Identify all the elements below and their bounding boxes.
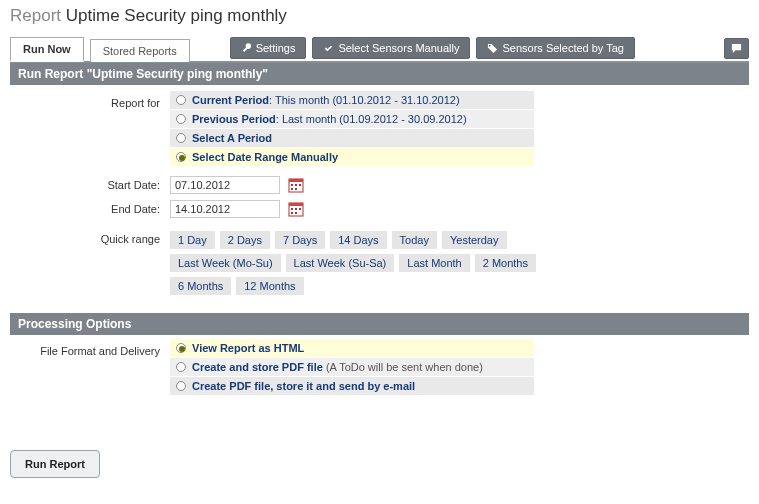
svg-rect-11 bbox=[295, 208, 297, 210]
delivery-pdf-store-suffix: (A ToDo will be sent when done) bbox=[323, 361, 483, 373]
quick-range-chip[interactable]: Today bbox=[392, 231, 437, 249]
svg-rect-9 bbox=[289, 203, 303, 206]
svg-rect-13 bbox=[291, 212, 293, 214]
radio-icon bbox=[176, 362, 186, 372]
radio-icon bbox=[176, 152, 186, 162]
quick-range-chips: 1 Day2 Days7 Days14 DaysTodayYesterdayLa… bbox=[170, 227, 570, 299]
title-prefix: Report bbox=[10, 6, 61, 25]
tab-stored-label: Stored Reports bbox=[103, 45, 177, 57]
quick-range-chip[interactable]: 12 Months bbox=[236, 277, 303, 295]
period-option-select[interactable]: Select A Period bbox=[170, 129, 534, 148]
delivery-option-pdf-email[interactable]: Create PDF file, store it and send by e-… bbox=[170, 377, 534, 396]
tag-icon bbox=[487, 43, 498, 54]
speech-bubble-icon bbox=[731, 43, 742, 54]
period-manual-lead: Select Date Range Manually bbox=[192, 151, 338, 163]
select-tag-label: Sensors Selected by Tag bbox=[502, 42, 623, 54]
delivery-option-html[interactable]: View Report as HTML bbox=[170, 339, 534, 358]
period-option-current[interactable]: Current Period: This month (01.10.2012 -… bbox=[170, 91, 534, 110]
svg-rect-7 bbox=[295, 188, 297, 190]
run-report-label: Run Report bbox=[25, 458, 85, 470]
quick-range-chip[interactable]: 2 Days bbox=[220, 231, 270, 249]
quick-range-chip[interactable]: 6 Months bbox=[170, 277, 231, 295]
period-option-previous[interactable]: Previous Period: Last month (01.09.2012 … bbox=[170, 110, 534, 129]
wrench-icon bbox=[241, 43, 252, 54]
run-report-button[interactable]: Run Report bbox=[10, 450, 100, 478]
page-title: Report Uptime Security ping monthly bbox=[10, 6, 749, 26]
end-date-label: End Date: bbox=[10, 197, 170, 221]
quick-range-chip[interactable]: Yesterday bbox=[442, 231, 507, 249]
radio-icon bbox=[176, 95, 186, 105]
comment-button[interactable] bbox=[724, 38, 749, 59]
title-main: Uptime Security ping monthly bbox=[66, 6, 287, 25]
period-current-lead: Current Period bbox=[192, 94, 269, 106]
svg-rect-4 bbox=[295, 184, 297, 186]
radio-icon bbox=[176, 381, 186, 391]
svg-rect-6 bbox=[291, 188, 293, 190]
delivery-pdf-email-lead: Create PDF file, store it and send by e-… bbox=[192, 380, 415, 392]
check-icon bbox=[323, 43, 334, 54]
radio-icon bbox=[176, 114, 186, 124]
file-format-label: File Format and Delivery bbox=[10, 339, 170, 396]
select-sensors-manually-button[interactable]: Select Sensors Manually bbox=[312, 37, 470, 59]
quick-range-chip[interactable]: 14 Days bbox=[330, 231, 386, 249]
run-report-section-head: Run Report "Uptime Security ping monthly… bbox=[10, 63, 749, 85]
period-select-lead: Select A Period bbox=[192, 132, 272, 144]
settings-button[interactable]: Settings bbox=[230, 37, 307, 59]
delivery-option-pdf-store[interactable]: Create and store PDF file (A ToDo will b… bbox=[170, 358, 534, 377]
tab-bar: Run Now Stored Reports Settings Select S… bbox=[10, 36, 749, 63]
svg-rect-14 bbox=[295, 212, 297, 214]
radio-icon bbox=[176, 133, 186, 143]
period-option-manual[interactable]: Select Date Range Manually bbox=[170, 148, 534, 167]
period-previous-tail: : Last month (01.09.2012 - 30.09.2012) bbox=[276, 113, 467, 125]
start-date-input[interactable] bbox=[170, 176, 280, 194]
tab-run-now[interactable]: Run Now bbox=[10, 37, 84, 62]
sensors-by-tag-button[interactable]: Sensors Selected by Tag bbox=[476, 37, 634, 59]
quick-range-chip[interactable]: Last Week (Mo-Su) bbox=[170, 254, 281, 272]
svg-rect-10 bbox=[291, 208, 293, 210]
period-previous-lead: Previous Period bbox=[192, 113, 276, 125]
select-manual-label: Select Sensors Manually bbox=[338, 42, 459, 54]
svg-rect-12 bbox=[299, 208, 301, 210]
start-date-label: Start Date: bbox=[10, 173, 170, 197]
quick-range-chip[interactable]: Last Week (Su-Sa) bbox=[286, 254, 395, 272]
svg-rect-5 bbox=[299, 184, 301, 186]
quick-range-chip[interactable]: 7 Days bbox=[275, 231, 325, 249]
svg-point-0 bbox=[489, 44, 491, 46]
calendar-icon[interactable] bbox=[288, 201, 304, 217]
settings-label: Settings bbox=[256, 42, 296, 54]
tab-stored-reports[interactable]: Stored Reports bbox=[90, 39, 190, 62]
quick-range-chip[interactable]: 1 Day bbox=[170, 231, 215, 249]
delivery-pdf-store-lead: Create and store PDF file bbox=[192, 361, 323, 373]
calendar-icon[interactable] bbox=[288, 177, 304, 193]
quick-range-chip[interactable]: Last Month bbox=[399, 254, 469, 272]
end-date-input[interactable] bbox=[170, 200, 280, 218]
svg-rect-2 bbox=[289, 179, 303, 182]
processing-options-head: Processing Options bbox=[10, 313, 749, 335]
quick-range-chip[interactable]: 2 Months bbox=[475, 254, 536, 272]
tab-run-now-label: Run Now bbox=[23, 43, 71, 55]
report-for-label: Report for bbox=[10, 91, 170, 167]
quick-range-label: Quick range bbox=[10, 227, 170, 299]
svg-rect-3 bbox=[291, 184, 293, 186]
delivery-html-lead: View Report as HTML bbox=[192, 342, 304, 354]
period-current-tail: : This month (01.10.2012 - 31.10.2012) bbox=[269, 94, 460, 106]
radio-icon bbox=[176, 343, 186, 353]
